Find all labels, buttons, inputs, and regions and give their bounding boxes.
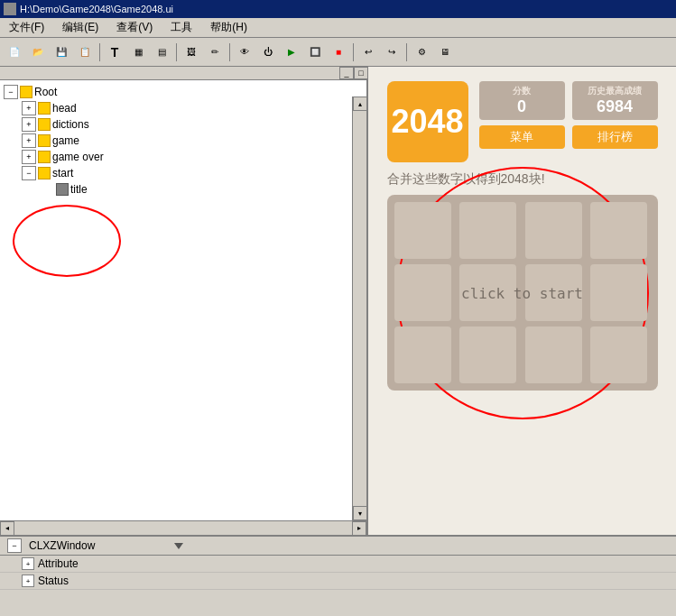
toolbar-btn-monitor[interactable]: 🖥 — [434, 42, 456, 62]
tree-item-dictions[interactable]: + dictions — [22, 116, 350, 133]
h-scrollbar-track[interactable] — [14, 521, 352, 535]
bottom-expand-btn[interactable]: − — [7, 538, 22, 553]
bottom-status-expand[interactable]: + — [22, 575, 34, 587]
title-bar: H:\Demo\Game2048\Game2048.ui — [0, 0, 676, 18]
toolbar-btn-grid2[interactable]: ▤ — [151, 42, 172, 62]
toolbar-btn-redo[interactable]: ↪ — [381, 42, 403, 62]
scroll-down-btn[interactable]: ▾ — [353, 506, 367, 520]
tree-title-label: title — [70, 183, 88, 196]
toolbar-btn-4[interactable]: 📋 — [74, 42, 96, 62]
scroll-left-btn[interactable]: ◂ — [0, 521, 14, 536]
tree-head-expand[interactable]: + — [22, 101, 36, 115]
toolbar-sep-3 — [229, 43, 230, 61]
toolbar-btn-eye[interactable]: 👁 — [234, 42, 255, 62]
tree-item-start[interactable]: − start — [22, 165, 350, 181]
tree-game-label: game — [52, 134, 79, 147]
high-score-label: 历史最高成绩 — [583, 85, 647, 97]
grid-cell-1-2 — [525, 264, 582, 321]
v-scrollbar-track[interactable] — [353, 111, 366, 506]
toolbar-btn-sq[interactable]: 🔲 — [304, 42, 326, 62]
grid-cell-0-1 — [459, 202, 516, 259]
toolbar-btn-save[interactable]: 💾 — [51, 42, 72, 62]
panel-minimize-btn[interactable]: _ — [339, 67, 354, 79]
app-icon — [4, 3, 16, 15]
tree-root-item[interactable]: − Root — [4, 84, 350, 100]
tree-title-icon — [56, 183, 69, 196]
toolbar: 📄 📂 💾 📋 T ▦ ▤ 🖼 ✏ 👁 ⏻ ▶ 🔲 ■ ↩ ↪ ⚙ 🖥 — [0, 38, 676, 67]
grid-cell-1-0 — [394, 264, 451, 321]
tree-item-gameover[interactable]: + game over — [22, 149, 350, 165]
rank-button[interactable]: 排行榜 — [572, 125, 658, 149]
menu-button[interactable]: 菜单 — [479, 125, 565, 149]
game-grid-container: click to start — [387, 195, 658, 391]
tree-gameover-icon — [38, 151, 51, 163]
game-stats: 分数 0 历史最高成绩 6984 菜单 排行榜 — [479, 81, 658, 149]
tree-gameover-label: game over — [52, 151, 104, 163]
tree-game-expand[interactable]: + — [22, 133, 36, 148]
grid-cell-1-3 — [590, 264, 647, 321]
tree-root: − Root + head + — [4, 84, 350, 198]
toolbar-sep-1 — [99, 43, 100, 61]
tree-root-expand[interactable]: − — [4, 85, 18, 99]
title-bar-text: H:\Demo\Game2048\Game2048.ui — [20, 4, 173, 14]
annotation-circle — [13, 205, 121, 277]
menu-edit[interactable]: 编辑(E) — [57, 18, 104, 37]
game-logo: 2048 — [387, 81, 468, 162]
bottom-status-row: + Status — [0, 573, 676, 590]
tree-item-game[interactable]: + game — [22, 133, 350, 149]
tree-start-icon — [38, 167, 51, 179]
menu-help[interactable]: 帮助(H) — [205, 18, 253, 37]
toolbar-btn-grid1[interactable]: ▦ — [127, 42, 149, 62]
tree-root-icon — [20, 86, 32, 98]
tree-dictions-expand[interactable]: + — [22, 117, 36, 132]
game-grid-wrapper: click to start — [387, 195, 658, 391]
v-scrollbar: ▴ ▾ — [352, 97, 366, 520]
tree-start-expand[interactable]: − — [22, 166, 36, 180]
tree-start-label: start — [52, 167, 73, 179]
right-panel-wrapper: 2048 分数 0 历史最高成绩 6984 菜单 排 — [368, 67, 676, 535]
game-buttons: 菜单 排行榜 — [479, 125, 658, 149]
tree-item-title[interactable]: title — [40, 181, 350, 198]
tree-root-label: Root — [34, 86, 57, 98]
toolbar-sep-2 — [176, 43, 177, 61]
tree-start-children: title — [22, 181, 350, 198]
scroll-up-btn[interactable]: ▴ — [353, 97, 367, 111]
tree-head-icon — [38, 102, 51, 115]
menu-file[interactable]: 文件(F) — [4, 18, 50, 37]
scroll-right-btn[interactable]: ▸ — [352, 521, 366, 536]
tree-dictions-icon — [38, 118, 51, 131]
bottom-main-label: CLXZWindow — [29, 539, 95, 552]
tree-head-label: head — [52, 102, 77, 115]
bottom-panel-header: − CLXZWindow — [0, 537, 676, 556]
game-subtitle: 合并这些数字以得到2048块! — [387, 171, 658, 188]
tree-game-icon — [38, 134, 51, 147]
score-box: 分数 0 — [479, 81, 565, 120]
tree-gameover-expand[interactable]: + — [22, 150, 36, 164]
toolbar-btn-text[interactable]: T — [104, 42, 125, 62]
toolbar-btn-play[interactable]: ▶ — [281, 42, 302, 62]
menu-tools[interactable]: 工具 — [165, 18, 198, 37]
toolbar-btn-power[interactable]: ⏻ — [257, 42, 279, 62]
tree-panel: − Root + head + — [0, 80, 366, 520]
bottom-attr-row: + Attribute — [0, 556, 676, 573]
toolbar-btn-new[interactable]: 📄 — [4, 42, 25, 62]
left-panel-wrapper: _ □ − Root + — [0, 67, 368, 535]
grid-cell-0-3 — [590, 202, 647, 259]
toolbar-btn-undo[interactable]: ↩ — [357, 42, 379, 62]
toolbar-sep-4 — [353, 43, 354, 61]
toolbar-btn-settings[interactable]: ⚙ — [411, 42, 432, 62]
bottom-triangle-icon — [174, 543, 183, 549]
menu-view[interactable]: 查看(V) — [111, 18, 158, 37]
toolbar-btn-img[interactable]: 🖼 — [181, 42, 202, 62]
toolbar-btn-draw[interactable]: ✏ — [204, 42, 226, 62]
tree-item-head[interactable]: + head — [22, 100, 350, 116]
grid-cell-2-1 — [459, 326, 516, 383]
toolbar-btn-open[interactable]: 📂 — [27, 42, 49, 62]
game-grid: click to start — [394, 202, 651, 383]
high-score-box: 历史最高成绩 6984 — [572, 81, 658, 120]
panel-maximize-btn[interactable]: □ — [354, 67, 368, 79]
toolbar-btn-stop[interactable]: ■ — [328, 42, 349, 62]
toolbar-sep-5 — [406, 43, 407, 61]
bottom-status-label: Status — [38, 575, 69, 587]
bottom-attr-expand[interactable]: + — [22, 557, 34, 570]
